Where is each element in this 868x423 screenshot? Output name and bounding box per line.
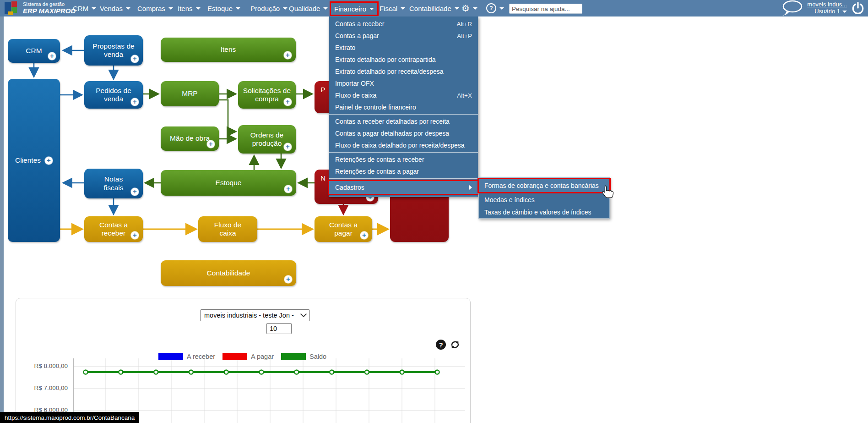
y-axis-label: R$ 8.000,00 (27, 363, 68, 369)
flow-node-contas-receber[interactable]: Contas a receber+ (84, 216, 143, 242)
flow-node-solicitacoes-compra[interactable]: Solicitações de compra+ (238, 81, 296, 109)
gear-icon: ⚙ (461, 3, 470, 14)
menu-item[interactable]: Retenções de contas a pagar (329, 165, 478, 177)
select-chevron-icon (300, 311, 307, 317)
flow-node-label: CRM (26, 47, 42, 55)
chat-bubble-icon[interactable] (781, 0, 803, 16)
legend-swatch (158, 353, 183, 360)
flow-node-fluxo-caixa[interactable]: Fluxo de caixa (198, 216, 257, 242)
flow-node-label: Mão de obra (170, 134, 210, 143)
add-icon[interactable]: + (284, 185, 292, 193)
chevron-down-icon (401, 7, 405, 10)
flow-node-contas-pagar[interactable]: Contas a pagar+ (315, 216, 372, 242)
chevron-down-icon (168, 7, 173, 10)
add-icon[interactable]: + (284, 275, 292, 283)
flow-node-label: P (320, 86, 325, 94)
flow-node-estoque[interactable]: Estoque+ (161, 170, 296, 196)
add-icon[interactable]: + (131, 55, 139, 63)
flow-node-label: Contas a pagar (329, 221, 358, 238)
settings-menu[interactable]: ⚙ (461, 0, 477, 16)
chart-legend: A receberA pagarSaldo (158, 353, 326, 360)
menu-item[interactable]: Retenções de contas a receber (329, 154, 478, 165)
menu-item[interactable]: Fluxo de caixaAlt+X (329, 89, 478, 101)
add-icon[interactable]: + (131, 231, 139, 239)
flow-node-crm[interactable]: CRM+ (8, 39, 60, 63)
refresh-icon[interactable] (450, 339, 461, 352)
submenu-arrow-icon (469, 185, 472, 190)
dias-input[interactable] (266, 323, 292, 334)
user-menu[interactable]: Usuário 1 (814, 8, 847, 15)
menu-item[interactable]: Extrato detalhado por contrapartida (329, 54, 478, 66)
legend-item: Saldo (281, 353, 326, 360)
flow-node-contabilidade[interactable]: Contabilidade+ (161, 260, 296, 286)
flow-node-label: Estoque (216, 179, 242, 187)
chevron-down-icon (126, 7, 130, 10)
submenu-item[interactable]: Formas de cobrança e contas bancárias (477, 178, 611, 193)
y-axis-label: R$ 7.000,00 (27, 385, 68, 391)
account-link[interactable]: moveis indus... (807, 1, 847, 8)
logo-title: ERP MAXIPROD (23, 7, 76, 15)
menu-item[interactable]: Extrato detalhado por receita/despesa (329, 66, 478, 77)
add-icon[interactable]: + (131, 188, 139, 196)
nav-menu-compras[interactable]: Compras (137, 0, 173, 16)
add-icon[interactable]: + (284, 143, 292, 151)
flow-node-mao-de-obra[interactable]: Mão de obra+ (161, 126, 219, 151)
status-url: https://sistema.maxiprod.com.br/ContaBan… (5, 414, 135, 421)
nav-menu-qualidade[interactable]: Qualidade (289, 0, 328, 16)
menu-item[interactable]: Contas a receber detalhadas por receita (329, 115, 478, 127)
flow-node-clientes[interactable]: Clientes+ (8, 79, 60, 242)
menu-item-cadastros[interactable]: Cadastros (328, 180, 479, 195)
menu-item[interactable]: Contas a pagarAlt+P (329, 30, 478, 42)
flow-node-label: MRP (182, 89, 197, 98)
legend-swatch (222, 353, 247, 360)
empresa-select[interactable]: moveis industriais - teste Jon - (200, 309, 310, 321)
nav-menu-fiscal[interactable]: Fiscal (380, 0, 405, 16)
flow-node-label: Clientes (15, 156, 41, 165)
submenu-item[interactable]: Moedas e índices (479, 193, 609, 206)
flow-node-label: Ordens de produção (250, 131, 283, 148)
nav-menu-itens[interactable]: Itens (178, 0, 201, 16)
help-menu[interactable]: ? (486, 0, 504, 16)
menu-item[interactable]: Importar OFX (329, 77, 478, 89)
menu-separator (329, 152, 478, 153)
nav-menu-crm[interactable]: CRM (73, 0, 96, 16)
financeiro-dropdown-menu: Contas a receberAlt+RContas a pagarAlt+P… (329, 16, 478, 197)
nav-menu-financeiro[interactable]: Financeiro (330, 1, 379, 16)
chevron-down-icon (283, 7, 288, 10)
search-input[interactable] (509, 4, 582, 14)
add-icon[interactable]: + (207, 140, 215, 148)
nav-menu-vendas[interactable]: Vendas (100, 0, 130, 16)
flow-node-pedidos-venda[interactable]: Pedidos de venda+ (84, 81, 143, 109)
chevron-down-icon (323, 7, 328, 10)
flow-node-label: N (320, 174, 326, 182)
chevron-down-icon (92, 7, 96, 10)
nav-menu-contabilidade[interactable]: Contabilidade (409, 0, 459, 16)
chevron-down-icon (473, 7, 477, 10)
add-icon[interactable]: + (284, 51, 292, 59)
flow-node-propostas-venda[interactable]: Propostas de venda+ (84, 35, 143, 66)
menu-item[interactable]: Extrato (329, 42, 478, 54)
menu-separator (329, 114, 478, 115)
erp-maxiprod-page: Sistema de gestão ERP MAXIPROD CRMVendas… (0, 0, 868, 423)
nav-menu-estoque[interactable]: Estoque (207, 0, 240, 16)
flow-node-itens[interactable]: Itens+ (161, 38, 296, 62)
app-logo[interactable]: Sistema de gestão ERP MAXIPROD (5, 1, 76, 15)
add-icon[interactable]: + (360, 231, 368, 239)
menu-item[interactable]: Painel de controle financeiro (329, 101, 478, 113)
legend-item: A receber (158, 353, 215, 360)
help-icon: ? (486, 3, 496, 13)
nav-menu-produção[interactable]: Produção (250, 0, 288, 16)
menu-item[interactable]: Contas a receberAlt+R (329, 18, 478, 30)
submenu-item[interactable]: Taxas de câmbio e valores de índices (479, 206, 609, 218)
add-icon[interactable]: + (131, 98, 139, 106)
add-icon[interactable]: + (48, 52, 56, 60)
chart-help-icon[interactable]: ? (436, 340, 446, 350)
add-icon[interactable]: + (45, 157, 53, 165)
menu-item[interactable]: Contas a pagar detalhadas por despesa (329, 127, 478, 139)
flow-node-ordens-producao[interactable]: Ordens de produção+ (238, 125, 296, 154)
logout-power-icon[interactable] (852, 1, 864, 15)
flow-node-notas-fiscais[interactable]: Notas fiscais+ (84, 169, 143, 198)
add-icon[interactable]: + (284, 98, 292, 106)
menu-item[interactable]: Fluxo de caixa detalhado por receita/des… (329, 139, 478, 151)
flow-node-mrp[interactable]: MRP (161, 81, 219, 106)
